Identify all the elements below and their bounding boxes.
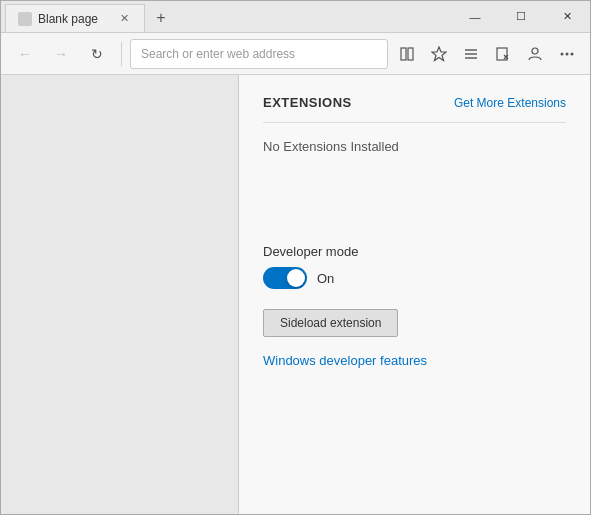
empty-space [263, 184, 566, 244]
tab-close-button[interactable]: ✕ [116, 11, 132, 27]
windows-developer-features-link[interactable]: Windows developer features [263, 353, 566, 368]
toggle-knob [287, 269, 305, 287]
title-bar: Blank page ✕ + — ☐ ✕ [1, 1, 590, 33]
hub-icon[interactable] [456, 39, 486, 69]
svg-marker-2 [432, 47, 446, 61]
toggle-on-label: On [317, 271, 334, 286]
panel-title: EXTENSIONS [263, 95, 352, 110]
svg-rect-0 [401, 48, 406, 60]
account-icon[interactable] [520, 39, 550, 69]
svg-point-10 [561, 52, 564, 55]
address-placeholder: Search or enter web address [141, 47, 295, 61]
more-button[interactable] [552, 39, 582, 69]
maximize-button[interactable]: ☐ [498, 1, 544, 33]
tab-favicon [18, 12, 32, 26]
new-tab-button[interactable]: + [145, 4, 177, 32]
toolbar-icons [392, 39, 582, 69]
get-more-extensions-link[interactable]: Get More Extensions [454, 96, 566, 110]
toggle-row: On [263, 267, 566, 289]
close-button[interactable]: ✕ [544, 1, 590, 33]
reading-view-icon[interactable] [392, 39, 422, 69]
active-tab[interactable]: Blank page ✕ [5, 4, 145, 32]
developer-section: Developer mode On Sideload extension Win… [263, 244, 566, 368]
note-icon[interactable] [488, 39, 518, 69]
favorites-icon[interactable] [424, 39, 454, 69]
forward-button[interactable]: → [45, 38, 77, 70]
window-controls: — ☐ ✕ [452, 1, 590, 32]
svg-rect-1 [408, 48, 413, 60]
developer-mode-toggle[interactable] [263, 267, 307, 289]
no-extensions-text: No Extensions Installed [263, 139, 566, 154]
tab-area: Blank page ✕ + [1, 1, 452, 32]
panel-header: EXTENSIONS Get More Extensions [263, 95, 566, 123]
nav-divider [121, 42, 122, 66]
sidebar [1, 75, 239, 514]
sideload-extension-button[interactable]: Sideload extension [263, 309, 398, 337]
refresh-button[interactable]: ↻ [81, 38, 113, 70]
navigation-bar: ← → ↻ Search or enter web address [1, 33, 590, 75]
browser-window: Blank page ✕ + — ☐ ✕ ← → ↻ Search or ent… [0, 0, 591, 515]
extensions-panel: EXTENSIONS Get More Extensions No Extens… [239, 75, 590, 514]
address-bar[interactable]: Search or enter web address [130, 39, 388, 69]
svg-point-11 [566, 52, 569, 55]
svg-point-12 [571, 52, 574, 55]
minimize-button[interactable]: — [452, 1, 498, 33]
developer-mode-label: Developer mode [263, 244, 566, 259]
svg-point-9 [532, 48, 538, 54]
tab-label: Blank page [38, 12, 98, 26]
main-area: EXTENSIONS Get More Extensions No Extens… [1, 75, 590, 514]
back-button[interactable]: ← [9, 38, 41, 70]
